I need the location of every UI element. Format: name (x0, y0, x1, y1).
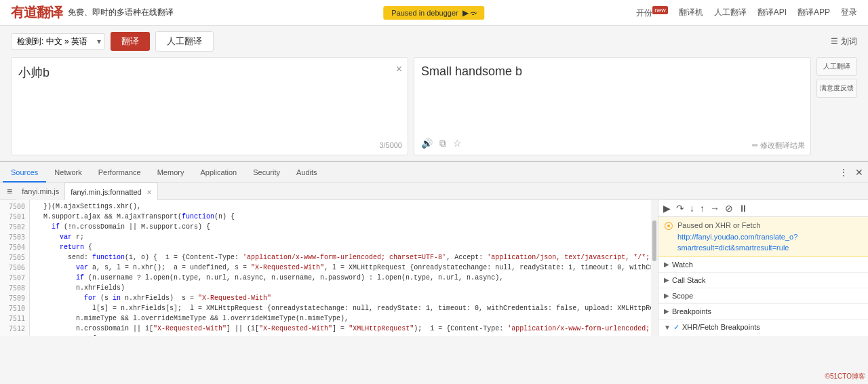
line-num: 7512 (0, 324, 29, 334)
scroll-area[interactable] (651, 200, 658, 336)
translate-button[interactable]: 翻译 (111, 32, 150, 51)
feedback-side-button[interactable]: 满意度反馈 (816, 79, 857, 98)
translation-panels: 小帅b × 3/5000 Small handsome b 🔊 ⧉ ☆ ✏ 修改… (11, 57, 857, 155)
step-into-icon[interactable]: ↓ (688, 201, 696, 215)
sidebar-toggle[interactable]: ≡ (3, 186, 16, 197)
line-num: 7513 (0, 334, 29, 336)
lang-selector-wrap[interactable]: 检测到: 中文 » 英语 (11, 33, 105, 50)
nav-translatemachine[interactable]: 翻译机 (679, 7, 703, 18)
debugger-panel: ▶ ↷ ↓ ↑ → ⊘ ⏸ ⦿ Paused on XHR or Fetch h… (658, 200, 868, 336)
callstack-arrow: ▶ (664, 276, 669, 284)
callstack-header[interactable]: ▶ Call Stack (658, 273, 868, 288)
tab-sources[interactable]: Sources (3, 162, 46, 183)
debugger-controls[interactable]: ▶ ⤼ (462, 8, 477, 18)
lang-controls: 检测到: 中文 » 英语 翻译 人工翻译 ☰ 划词 (11, 31, 857, 52)
logo-text: 有道翻译 (11, 3, 62, 22)
step-out-icon[interactable]: ↑ (698, 201, 707, 215)
star-icon[interactable]: ☆ (453, 138, 462, 149)
xhr-header[interactable]: ▼ ✓ XHR/Fetch Breakpoints (658, 320, 868, 335)
debugger-text: Paused in debugger (391, 9, 458, 17)
tab-security[interactable]: Security (245, 162, 288, 183)
paused-url2[interactable]: smartresult=dict&smartresult=rule (677, 244, 789, 252)
devtools-tabs: Sources Network Performance Memory Appli… (0, 162, 868, 183)
xhr-check: ✓ (673, 323, 679, 332)
tab-network[interactable]: Network (46, 162, 90, 183)
devtools-close-icon[interactable]: ✕ (853, 167, 865, 178)
resume-icon[interactable]: ▶ (462, 8, 469, 18)
callstack-label: Call Stack (672, 276, 706, 284)
right-panel: 人工翻译 满意度反馈 (816, 57, 857, 155)
pause-on-exception-icon[interactable]: ⏸ (736, 201, 750, 215)
close-button[interactable]: × (396, 63, 402, 75)
code-line: l[s] = n.xhrFields[s]; l = XMLHttpReques… (30, 303, 651, 313)
watch-label: Watch (672, 261, 693, 269)
line-num: 7511 (0, 313, 29, 324)
debug-section-breakpoints: ▶ Breakpoints (658, 304, 868, 320)
paused-url1[interactable]: http://fanyi.youdao.com/translate_o? (677, 233, 797, 241)
debugger-banner: Paused in debugger ▶ ⤼ (383, 6, 484, 20)
nav-kaidan[interactable]: 开份new (636, 7, 668, 19)
target-panel: Small handsome b 🔊 ⧉ ☆ ✏ 修改翻译结果 (414, 57, 811, 155)
line-num: 7510 (0, 303, 29, 313)
scroll-thumb[interactable] (652, 220, 656, 261)
code-line: if (n.username ? l.open(n.type, n.url, n… (30, 273, 651, 283)
file-tab-formatted[interactable]: fanyi.min.js:formatted ✕ (64, 183, 158, 200)
nav-humantranslate[interactable]: 人工翻译 (714, 7, 747, 18)
tab-memory[interactable]: Memory (149, 162, 193, 183)
paused-text: Paused on XHR or Fetch http://fanyi.youd… (677, 220, 797, 254)
main-area: 检测到: 中文 » 英语 翻译 人工翻译 ☰ 划词 小帅b × 3/5000 S… (0, 26, 868, 161)
xhr-body: URL contains "http://fanyi.youdao.com/tr… (658, 335, 868, 337)
watch-header[interactable]: ▶ Watch (658, 257, 868, 272)
nav-api[interactable]: 翻译API (757, 7, 787, 18)
devtools-body: 7500 7501 7502 7503 7504 7505 7506 7507 … (0, 200, 868, 336)
devtools-more-icon[interactable]: ⋮ (837, 167, 850, 178)
code-line: n.xhrFields) (30, 283, 651, 293)
nav-app[interactable]: 翻译APP (797, 7, 830, 18)
xhr-label: XHR/Fetch Breakpoints (682, 323, 760, 331)
tab-performance[interactable]: Performance (90, 162, 149, 183)
code-line: try { (30, 334, 651, 336)
tab-application[interactable]: Application (192, 162, 245, 183)
nav-login[interactable]: 登录 (841, 7, 857, 18)
target-text: Small handsome b (421, 64, 804, 79)
edit-result-button[interactable]: ✏ 修改翻译结果 (752, 140, 805, 151)
code-line: for (s in n.xhrFields) s = "X-Requested-… (30, 293, 651, 303)
line-num: 7501 (0, 212, 29, 222)
step-icon[interactable]: → (708, 201, 722, 215)
breakpoints-header[interactable]: ▶ Breakpoints (658, 304, 868, 319)
step-over-icon[interactable]: ↷ (674, 201, 686, 215)
copy-icon[interactable]: ⧉ (439, 138, 446, 149)
file-tabs: ≡ fanyi.min.js fanyi.min.js:formatted ✕ (0, 183, 868, 200)
human-translate-button[interactable]: 人工翻译 (155, 31, 214, 52)
deactivate-breakpoints-icon[interactable]: ⊘ (723, 201, 735, 215)
step-over-icon[interactable]: ⤼ (470, 8, 477, 18)
line-num: 7507 (0, 273, 29, 283)
scope-label: Scope (672, 292, 693, 300)
line-num: 7500 (0, 201, 29, 212)
source-text[interactable]: 小帅b (18, 64, 401, 81)
resume-execution-icon[interactable]: ▶ (661, 201, 673, 215)
logo-area: 有道翻译 免费、即时的多语种在线翻译 (11, 3, 174, 22)
watch-arrow: ▶ (664, 261, 669, 268)
code-line: })(M.ajaxSettings.xhr(), (30, 201, 651, 212)
code-line: send: function(i, o) { i = {Content-Type… (30, 252, 651, 263)
file-tab-minjs[interactable]: fanyi.min.js (16, 183, 64, 200)
line-num: 7502 (0, 222, 29, 232)
line-num: 7506 (0, 263, 29, 273)
paused-icon: ⦿ (664, 220, 673, 231)
new-badge: new (652, 6, 668, 14)
debugger-controls-bar: ▶ ↷ ↓ ↑ → ⊘ ⏸ (658, 200, 868, 217)
vocab-button[interactable]: ☰ 划词 (831, 36, 857, 47)
human-translate-side-button[interactable]: 人工翻译 (816, 57, 857, 76)
close-tab-icon[interactable]: ✕ (146, 189, 152, 196)
scope-header[interactable]: ▶ Scope (658, 288, 868, 303)
target-actions: 🔊 ⧉ ☆ (421, 138, 462, 149)
debug-section-xhr: ▼ ✓ XHR/Fetch Breakpoints URL contains "… (658, 320, 868, 337)
code-line: n.mimeType && l.overrideMimeType && l.ov… (30, 313, 651, 324)
lang-selector[interactable]: 检测到: 中文 » 英语 (11, 33, 105, 50)
paused-banner: ⦿ Paused on XHR or Fetch http://fanyi.yo… (658, 217, 868, 257)
line-num: 7509 (0, 293, 29, 303)
tab-audits[interactable]: Audits (288, 162, 326, 183)
code-area[interactable]: })(M.ajaxSettings.xhr(), M.support.ajax … (30, 200, 651, 336)
audio-icon[interactable]: 🔊 (421, 138, 433, 149)
